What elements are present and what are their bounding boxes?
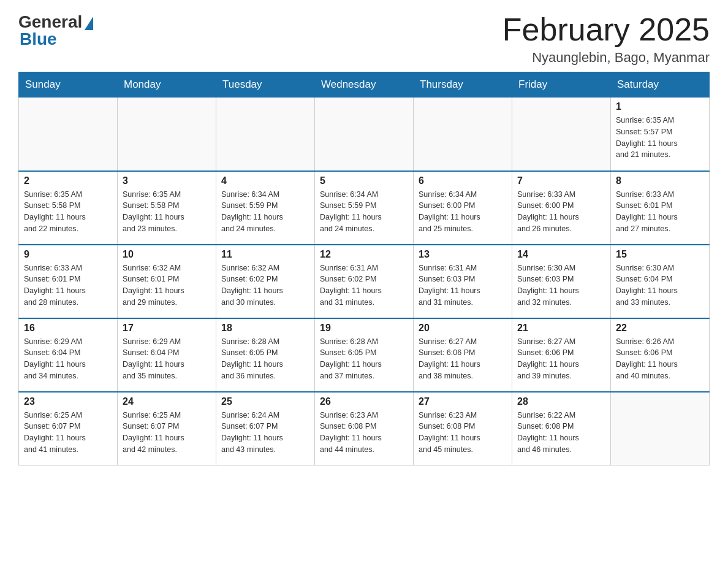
day-number: 14: [517, 249, 605, 260]
day-info: Sunrise: 6:33 AMSunset: 6:01 PMDaylight:…: [616, 189, 704, 235]
calendar-table: Sunday Monday Tuesday Wednesday Thursday…: [18, 72, 710, 465]
col-header-thursday: Thursday: [414, 72, 512, 98]
day-info: Sunrise: 6:35 AMSunset: 5:58 PMDaylight:…: [24, 189, 112, 235]
table-row: 3Sunrise: 6:35 AMSunset: 5:58 PMDaylight…: [118, 171, 216, 245]
day-number: 12: [320, 249, 408, 260]
day-number: 10: [123, 249, 211, 260]
day-number: 13: [419, 249, 507, 260]
day-info: Sunrise: 6:31 AMSunset: 6:02 PMDaylight:…: [320, 262, 408, 308]
calendar-week-row-3: 9Sunrise: 6:33 AMSunset: 6:01 PMDaylight…: [19, 245, 710, 318]
col-header-monday: Monday: [118, 72, 216, 98]
table-row: 25Sunrise: 6:24 AMSunset: 6:07 PMDayligh…: [216, 392, 315, 465]
table-row: 27Sunrise: 6:23 AMSunset: 6:08 PMDayligh…: [414, 392, 512, 465]
title-block: February 2025 Nyaunglebin, Bago, Myanmar: [502, 12, 710, 66]
table-row: 7Sunrise: 6:33 AMSunset: 6:00 PMDaylight…: [512, 171, 611, 245]
day-info: Sunrise: 6:23 AMSunset: 6:08 PMDaylight:…: [419, 410, 507, 456]
table-row: 22Sunrise: 6:26 AMSunset: 6:06 PMDayligh…: [611, 318, 710, 392]
page-header: General Blue February 2025 Nyaunglebin, …: [18, 12, 710, 66]
day-info: Sunrise: 6:27 AMSunset: 6:06 PMDaylight:…: [517, 336, 605, 382]
day-info: Sunrise: 6:30 AMSunset: 6:03 PMDaylight:…: [517, 262, 605, 308]
day-number: 27: [419, 396, 507, 407]
day-number: 20: [419, 323, 507, 334]
day-info: Sunrise: 6:29 AMSunset: 6:04 PMDaylight:…: [24, 336, 112, 382]
day-number: 16: [24, 323, 112, 334]
table-row: [19, 98, 118, 171]
day-number: 21: [517, 323, 605, 334]
day-number: 6: [419, 175, 507, 186]
month-title: February 2025: [502, 12, 710, 47]
table-row: 12Sunrise: 6:31 AMSunset: 6:02 PMDayligh…: [315, 245, 414, 318]
table-row: 28Sunrise: 6:22 AMSunset: 6:08 PMDayligh…: [512, 392, 611, 465]
table-row: 4Sunrise: 6:34 AMSunset: 5:59 PMDaylight…: [216, 171, 315, 245]
day-info: Sunrise: 6:22 AMSunset: 6:08 PMDaylight:…: [517, 410, 605, 456]
day-info: Sunrise: 6:25 AMSunset: 6:07 PMDaylight:…: [24, 410, 112, 456]
day-info: Sunrise: 6:34 AMSunset: 5:59 PMDaylight:…: [320, 189, 408, 235]
day-info: Sunrise: 6:29 AMSunset: 6:04 PMDaylight:…: [123, 336, 211, 382]
day-number: 22: [616, 323, 704, 334]
table-row: 18Sunrise: 6:28 AMSunset: 6:05 PMDayligh…: [216, 318, 315, 392]
day-number: 9: [24, 249, 112, 260]
day-number: 8: [616, 175, 704, 186]
day-number: 24: [123, 396, 211, 407]
table-row: 9Sunrise: 6:33 AMSunset: 6:01 PMDaylight…: [19, 245, 118, 318]
day-info: Sunrise: 6:28 AMSunset: 6:05 PMDaylight:…: [320, 336, 408, 382]
logo-blue-text: Blue: [20, 29, 57, 49]
day-number: 5: [320, 175, 408, 186]
calendar-week-row-5: 23Sunrise: 6:25 AMSunset: 6:07 PMDayligh…: [19, 392, 710, 465]
day-info: Sunrise: 6:34 AMSunset: 6:00 PMDaylight:…: [419, 189, 507, 235]
table-row: 17Sunrise: 6:29 AMSunset: 6:04 PMDayligh…: [118, 318, 216, 392]
day-number: 17: [123, 323, 211, 334]
day-info: Sunrise: 6:28 AMSunset: 6:05 PMDaylight:…: [221, 336, 309, 382]
day-info: Sunrise: 6:31 AMSunset: 6:03 PMDaylight:…: [419, 262, 507, 308]
day-number: 3: [123, 175, 211, 186]
col-header-friday: Friday: [512, 72, 611, 98]
day-info: Sunrise: 6:30 AMSunset: 6:04 PMDaylight:…: [616, 262, 704, 308]
table-row: 16Sunrise: 6:29 AMSunset: 6:04 PMDayligh…: [19, 318, 118, 392]
table-row: 23Sunrise: 6:25 AMSunset: 6:07 PMDayligh…: [19, 392, 118, 465]
calendar-week-row-4: 16Sunrise: 6:29 AMSunset: 6:04 PMDayligh…: [19, 318, 710, 392]
table-row: [414, 98, 512, 171]
table-row: 2Sunrise: 6:35 AMSunset: 5:58 PMDaylight…: [19, 171, 118, 245]
table-row: 11Sunrise: 6:32 AMSunset: 6:02 PMDayligh…: [216, 245, 315, 318]
day-number: 19: [320, 323, 408, 334]
col-header-tuesday: Tuesday: [216, 72, 315, 98]
day-info: Sunrise: 6:35 AMSunset: 5:57 PMDaylight:…: [616, 115, 704, 161]
day-number: 26: [320, 396, 408, 407]
day-info: Sunrise: 6:35 AMSunset: 5:58 PMDaylight:…: [123, 189, 211, 235]
table-row: 8Sunrise: 6:33 AMSunset: 6:01 PMDaylight…: [611, 171, 710, 245]
day-info: Sunrise: 6:32 AMSunset: 6:01 PMDaylight:…: [123, 262, 211, 308]
day-info: Sunrise: 6:25 AMSunset: 6:07 PMDaylight:…: [123, 410, 211, 456]
table-row: 13Sunrise: 6:31 AMSunset: 6:03 PMDayligh…: [414, 245, 512, 318]
day-info: Sunrise: 6:24 AMSunset: 6:07 PMDaylight:…: [221, 410, 309, 456]
day-number: 1: [616, 101, 704, 112]
table-row: 1Sunrise: 6:35 AMSunset: 5:57 PMDaylight…: [611, 98, 710, 171]
col-header-sunday: Sunday: [19, 72, 118, 98]
day-number: 11: [221, 249, 309, 260]
logo-triangle-icon: [85, 17, 93, 30]
table-row: [216, 98, 315, 171]
location-text: Nyaunglebin, Bago, Myanmar: [502, 50, 710, 66]
table-row: [512, 98, 611, 171]
table-row: 14Sunrise: 6:30 AMSunset: 6:03 PMDayligh…: [512, 245, 611, 318]
col-header-saturday: Saturday: [611, 72, 710, 98]
day-info: Sunrise: 6:26 AMSunset: 6:06 PMDaylight:…: [616, 336, 704, 382]
table-row: 10Sunrise: 6:32 AMSunset: 6:01 PMDayligh…: [118, 245, 216, 318]
table-row: 19Sunrise: 6:28 AMSunset: 6:05 PMDayligh…: [315, 318, 414, 392]
table-row: 6Sunrise: 6:34 AMSunset: 6:00 PMDaylight…: [414, 171, 512, 245]
day-info: Sunrise: 6:34 AMSunset: 5:59 PMDaylight:…: [221, 189, 309, 235]
day-number: 18: [221, 323, 309, 334]
table-row: 15Sunrise: 6:30 AMSunset: 6:04 PMDayligh…: [611, 245, 710, 318]
calendar-week-row-2: 2Sunrise: 6:35 AMSunset: 5:58 PMDaylight…: [19, 171, 710, 245]
day-number: 7: [517, 175, 605, 186]
calendar-header-row: Sunday Monday Tuesday Wednesday Thursday…: [19, 72, 710, 98]
day-number: 25: [221, 396, 309, 407]
col-header-wednesday: Wednesday: [315, 72, 414, 98]
table-row: 20Sunrise: 6:27 AMSunset: 6:06 PMDayligh…: [414, 318, 512, 392]
day-info: Sunrise: 6:32 AMSunset: 6:02 PMDaylight:…: [221, 262, 309, 308]
day-number: 4: [221, 175, 309, 186]
day-number: 28: [517, 396, 605, 407]
table-row: 26Sunrise: 6:23 AMSunset: 6:08 PMDayligh…: [315, 392, 414, 465]
day-number: 23: [24, 396, 112, 407]
day-info: Sunrise: 6:33 AMSunset: 6:01 PMDaylight:…: [24, 262, 112, 308]
calendar-week-row-1: 1Sunrise: 6:35 AMSunset: 5:57 PMDaylight…: [19, 98, 710, 171]
